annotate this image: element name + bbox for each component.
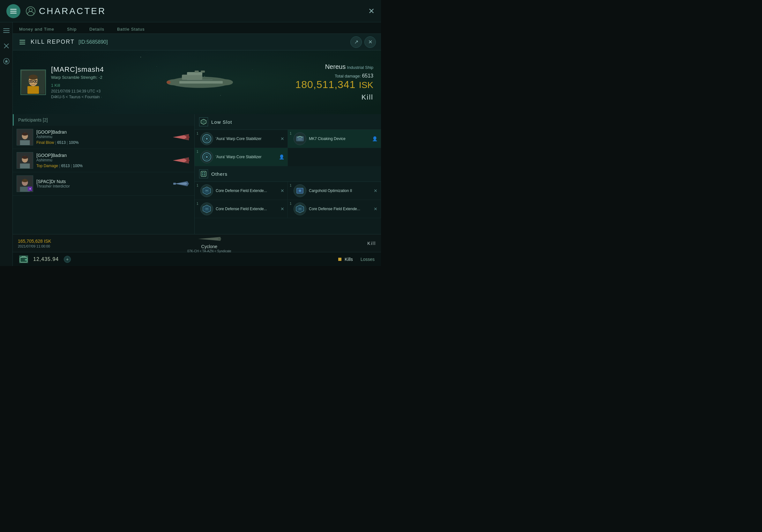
others-icon (199, 169, 208, 178)
svg-marker-5 (4, 59, 8, 63)
slot-item[interactable]: 1 Core Defense Field Extende... ✕ (194, 200, 288, 218)
slot-item-action[interactable]: ✕ (280, 136, 284, 141)
tab-kills[interactable]: Kills (344, 257, 353, 262)
slots-panel: Low Slot 1 (194, 114, 381, 234)
left-sidebar (0, 22, 13, 266)
slot-item-name: Core Defense Field Extende... (216, 188, 278, 193)
svg-rect-17 (182, 75, 202, 80)
svg-point-31 (187, 136, 190, 138)
slot-item[interactable]: 1 'Aura' Warp Core Stabilizer ✕ (194, 130, 288, 148)
slot-item-name: 'Aura' Warp Core Stabilizer (216, 137, 278, 141)
close-button[interactable]: ✕ (368, 7, 375, 16)
sidebar-star-icon[interactable] (1, 56, 12, 66)
slot-item-icon (200, 184, 213, 197)
main-layout: Money and Time Ship Details Battle Statu… (0, 22, 381, 266)
slot-item[interactable]: 1 'Aura' Warp Core Stabilizer 👤 (194, 148, 288, 166)
svg-point-14 (30, 81, 32, 82)
participant-corp: Thrasher Interdictor (37, 184, 168, 188)
others-section: Others 1 (194, 166, 381, 218)
kr-header-icon (18, 37, 27, 46)
svg-point-40 (22, 179, 28, 182)
participant-row[interactable]: [GOOP]Badran Ashimmu Final Blow | 6513 |… (13, 126, 194, 149)
page-title: CHARACTER (39, 6, 106, 16)
menu-button[interactable] (6, 4, 21, 18)
ship-type: Industrial Ship (347, 65, 373, 70)
slot-item[interactable]: 1 Core Defense Field Extende... ✕ (288, 200, 381, 218)
svg-rect-26 (201, 71, 205, 72)
slot-item-action[interactable]: ✕ (374, 206, 377, 212)
participants-panel: Participants [2] (13, 114, 194, 234)
tab-money-time[interactable]: Money and Time (19, 27, 54, 33)
sidebar-sword-icon[interactable] (1, 41, 12, 51)
low-slot-title: Low Slot (211, 119, 232, 125)
ship-name: Nereus (325, 63, 345, 70)
svg-point-30 (22, 133, 28, 136)
isk-unit: ISK (359, 80, 373, 90)
svg-rect-22 (179, 81, 223, 84)
participant-name: [SPAC]Dr Nuts (37, 179, 168, 184)
participant-row[interactable]: [GOOP]Badran Ashimmu Top Damage | 6513 |… (13, 149, 194, 172)
slot-item-icon (294, 203, 306, 215)
slot-item[interactable]: 1 MK7 Cloaking Device 👤 (288, 130, 381, 148)
tab-battle-status[interactable]: Battle Status (117, 27, 145, 33)
participant-row[interactable]: ✦ [SPAC]Dr Nuts Thrasher Interdictor (13, 172, 194, 195)
others-title: Others (211, 171, 228, 177)
participant-details: [GOOP]Badran Ashimmu Final Blow | 6513 |… (37, 129, 168, 145)
participant-ship (171, 154, 190, 167)
slot-item-name: MK7 Cloaking Device (309, 137, 369, 141)
kills-indicator (338, 258, 342, 261)
svg-point-58 (299, 189, 301, 192)
slot-item-name: Core Defense Field Extende... (216, 207, 278, 211)
kr-hero: [MARC]smash4 Warp Scramble Strength: -2 … (13, 50, 381, 114)
others-header: Others (194, 166, 381, 182)
character-icon (26, 6, 36, 16)
svg-point-35 (22, 156, 28, 159)
sidebar-menu-icon[interactable] (1, 26, 12, 36)
participant-ship (171, 177, 190, 190)
slot-item-person-icon: 👤 (372, 136, 377, 141)
slot-item[interactable]: 1 Cargo (288, 182, 381, 200)
slot-item-action[interactable]: ✕ (374, 188, 377, 193)
ship-display (104, 63, 295, 101)
svg-point-44 (206, 138, 208, 140)
bottom-bar: 12,435.94 + Kills Losses (13, 252, 381, 266)
kr-title: KILL REPORT (31, 38, 75, 45)
kr-export-button[interactable]: ↗ (350, 36, 362, 48)
participant-avatar (17, 152, 33, 169)
svg-point-1 (29, 8, 32, 12)
svg-point-63 (218, 237, 221, 240)
svg-rect-25 (194, 71, 199, 72)
total-damage-value: 6513 (362, 73, 373, 79)
wallet-icon (19, 255, 28, 263)
svg-rect-46 (298, 138, 302, 140)
pilot-location: D4KU-5 < Taurus < Fountain · (51, 95, 104, 99)
tab-details[interactable]: Details (89, 27, 104, 33)
tab-ship[interactable]: Ship (67, 27, 77, 33)
bkr-ship-name: Cyclone (201, 244, 218, 249)
tab-losses[interactable]: Losses (360, 257, 375, 262)
slot-item-icon (294, 132, 306, 145)
pilot-name: [MARC]smash4 (51, 65, 104, 74)
bottom-kill-row[interactable]: 165,705,628 ISK 2021/07/09 11:00:00 Cycl… (13, 234, 381, 252)
slot-item-name: 'Aura' Warp Core Stabilizer (216, 155, 276, 159)
add-wallet-button[interactable]: + (64, 256, 71, 263)
kr-close-button[interactable]: ✕ (364, 36, 376, 48)
slot-item-action[interactable]: ✕ (280, 206, 284, 212)
participant-avatar: ✦ (17, 175, 33, 192)
svg-rect-29 (20, 140, 30, 145)
participants-header: Participants [2] (13, 114, 194, 126)
svg-rect-53 (202, 174, 203, 175)
lower-section: Participants [2] (13, 114, 381, 234)
svg-point-49 (206, 156, 208, 158)
slot-item-person-icon: 👤 (279, 154, 284, 160)
participant-name: [GOOP]Badran (37, 153, 168, 158)
final-blow-label: Final Blow (37, 140, 54, 145)
bkr-location: 07K-CH < TA-AZN < Syndicate (187, 249, 231, 253)
low-slot-items: 1 'Aura' Warp Core Stabilizer ✕ (194, 130, 381, 166)
slot-item-action[interactable]: ✕ (280, 188, 284, 193)
svg-rect-65 (25, 259, 27, 261)
participant-corp: Ashimmu (37, 158, 168, 162)
top-bar: CHARACTER ✕ (0, 0, 381, 22)
svg-rect-54 (204, 174, 205, 175)
slot-item[interactable]: 1 Core Defense Field Extende... ✕ (194, 182, 288, 200)
